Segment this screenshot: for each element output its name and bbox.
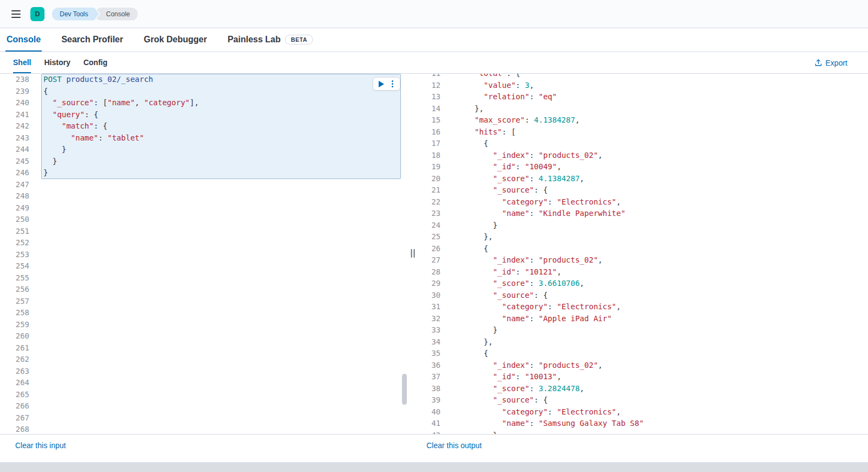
code-line[interactable]: 30 "_source": {	[418, 290, 868, 302]
code-line[interactable]: 26 {	[418, 243, 868, 255]
run-request-button play-icon[interactable]	[379, 81, 384, 87]
code-line[interactable]: 240 "_source": ["name", "category"],	[0, 97, 408, 109]
menu-button[interactable]	[9, 8, 23, 20]
code-line[interactable]: 260	[0, 330, 408, 342]
code-text: "value": 3,	[444, 80, 534, 92]
space-avatar[interactable]: D	[30, 7, 44, 21]
code-line[interactable]: 245 }	[0, 156, 408, 168]
code-line[interactable]: 243 "name": "tablet"	[0, 132, 408, 144]
code-line[interactable]: 31 "category": "Electronics",	[418, 301, 868, 313]
code-line[interactable]: 264	[0, 377, 408, 389]
line-number: 36	[418, 360, 444, 372]
code-line[interactable]: 39 "_source": {	[418, 394, 868, 406]
code-line[interactable]: 258	[0, 307, 408, 319]
code-line[interactable]: 267	[0, 412, 408, 424]
code-line[interactable]: 27 "_index": "products_02",	[418, 254, 868, 266]
code-line[interactable]: 29 "_score": 3.6610706,	[418, 278, 868, 290]
breadcrumb-console[interactable]: Console	[95, 8, 137, 21]
code-line[interactable]: 20 "_score": 4.1384287,	[418, 173, 868, 185]
code-line[interactable]: 40 "category": "Electronics",	[418, 406, 868, 418]
line-number: 257	[0, 296, 34, 308]
code-line[interactable]: 23 "name": "Kindle Paperwhite"	[418, 208, 868, 220]
code-text	[34, 214, 43, 226]
code-line[interactable]: 249	[0, 202, 408, 214]
code-line[interactable]: 17 {	[418, 138, 868, 150]
export-button[interactable]: Export	[814, 52, 847, 73]
code-line[interactable]: 11 "total": {	[418, 74, 868, 80]
tab-search-profiler[interactable]: Search Profiler	[60, 28, 124, 52]
code-line[interactable]: 36 "_index": "products_02",	[418, 360, 868, 372]
code-line[interactable]: 33 }	[418, 324, 868, 336]
code-line[interactable]: 238POST products_02/_search	[0, 74, 408, 86]
code-line[interactable]: 25 },	[418, 231, 868, 243]
code-line[interactable]: 37 "_id": "10013",	[418, 371, 868, 383]
tab-painless-lab[interactable]: Painless Lab BETA	[226, 28, 314, 52]
response-output-pane[interactable]: 11 "total": {12 "value": 3,13 "relation"…	[418, 74, 868, 434]
code-text: "_index": "products_02",	[444, 254, 603, 266]
line-number: 27	[418, 254, 444, 266]
clear-output-link[interactable]: Clear this output	[426, 441, 482, 450]
code-line[interactable]: 242 "match": {	[0, 120, 408, 132]
code-line[interactable]: 259	[0, 319, 408, 331]
code-line[interactable]: 268	[0, 424, 408, 434]
code-line[interactable]: 248	[0, 190, 408, 202]
code-line[interactable]: 32 "name": "Apple iPad Air"	[418, 313, 868, 325]
code-line[interactable]: 246}	[0, 167, 408, 179]
tab-grok-debugger[interactable]: Grok Debugger	[143, 28, 208, 52]
line-number: 34	[418, 336, 444, 348]
code-line[interactable]: 262	[0, 354, 408, 366]
code-line[interactable]: 24 }	[418, 220, 868, 232]
code-line[interactable]: 13 "relation": "eq"	[418, 91, 868, 103]
code-line[interactable]: 247	[0, 179, 408, 191]
code-text: "_source": ["name", "category"],	[34, 97, 199, 109]
code-line[interactable]: 21 "_source": {	[418, 184, 868, 196]
code-line[interactable]: 265	[0, 389, 408, 401]
code-line[interactable]: 266	[0, 400, 408, 412]
code-line[interactable]: 252	[0, 237, 408, 249]
code-text	[34, 342, 43, 354]
console-footer: Clear this input Clear this output	[0, 434, 868, 456]
code-line[interactable]: 15 "max_score": 4.1384287,	[418, 114, 868, 126]
code-line[interactable]: 18 "_index": "products_02",	[418, 150, 868, 162]
code-text: "_score": 4.1384287,	[444, 173, 584, 185]
code-line[interactable]: 38 "_score": 3.2824478,	[418, 383, 868, 395]
code-line[interactable]: 28 "_id": "10121",	[418, 266, 868, 278]
code-line[interactable]: 251	[0, 226, 408, 238]
top-bar: D Dev Tools Console	[0, 0, 868, 28]
resizer-grip-icon[interactable]	[411, 249, 415, 258]
subtab-history[interactable]: History	[44, 52, 70, 73]
code-line[interactable]: 19 "_id": "10049",	[418, 161, 868, 173]
code-line[interactable]: 244 }	[0, 144, 408, 156]
code-line[interactable]: 35 {	[418, 348, 868, 360]
request-editor-pane[interactable]: 238POST products_02/_search239{240 "_sou…	[0, 74, 408, 434]
code-line[interactable]: 255	[0, 272, 408, 284]
code-line[interactable]: 22 "category": "Electronics",	[418, 196, 868, 208]
breadcrumb-dev-tools[interactable]: Dev Tools	[52, 8, 99, 21]
tab-console[interactable]: Console	[5, 28, 42, 52]
code-line[interactable]: 250	[0, 214, 408, 226]
editor-scrollbar-thumb[interactable]	[402, 374, 407, 405]
code-line[interactable]: 256	[0, 284, 408, 296]
clear-input-link[interactable]: Clear this input	[15, 441, 66, 450]
code-line[interactable]: 12 "value": 3,	[418, 80, 868, 92]
code-line[interactable]: 14 },	[418, 103, 868, 115]
subtab-config[interactable]: Config	[84, 52, 107, 73]
code-line[interactable]: 16 "hits": [	[418, 126, 868, 138]
pane-resizer[interactable]	[408, 74, 418, 434]
code-text	[34, 226, 43, 238]
code-line[interactable]: 263	[0, 366, 408, 378]
code-line[interactable]: 41 "name": "Samsung Galaxy Tab S8"	[418, 418, 868, 430]
request-menu-button kebab-icon[interactable]	[391, 80, 394, 88]
code-line[interactable]: 239{	[0, 86, 408, 98]
code-line[interactable]: 253	[0, 249, 408, 261]
code-text: },	[444, 336, 493, 348]
code-line[interactable]: 241 "query": {	[0, 109, 408, 121]
code-line[interactable]: 42 }	[418, 430, 868, 435]
code-line[interactable]: 261	[0, 342, 408, 354]
code-line[interactable]: 254	[0, 260, 408, 272]
code-line[interactable]: 257	[0, 296, 408, 308]
code-line[interactable]: 34 },	[418, 336, 868, 348]
subtab-shell[interactable]: Shell	[13, 52, 31, 73]
code-text	[34, 319, 43, 331]
line-number: 246	[0, 167, 34, 179]
